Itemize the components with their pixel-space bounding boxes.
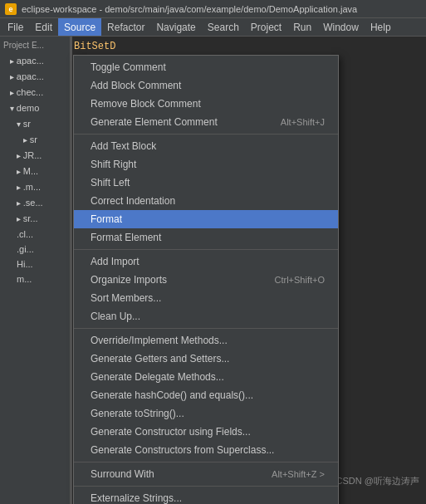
dropdown-item-externalize-strings-[interactable]: Externalize Strings... bbox=[74, 489, 338, 504]
dropdown-item-label: Add Block Comment bbox=[91, 78, 181, 93]
title-bar: e eclipse-workspace - demo/src/main/java… bbox=[0, 0, 426, 18]
dropdown-item-label: Add Text Block bbox=[91, 139, 156, 154]
dropdown-item-label: Generate toString()... bbox=[91, 406, 184, 421]
dropdown-item-clean-up-[interactable]: Clean Up... bbox=[74, 307, 338, 325]
dropdown-item-label: Generate Delegate Methods... bbox=[91, 369, 224, 384]
menu-refactor[interactable]: Refactor bbox=[101, 18, 150, 36]
dropdown-item-generate-constructors-from-superclass-[interactable]: Generate Constructors from Superclass... bbox=[74, 441, 338, 459]
sidebar-item-apac1[interactable]: apac... bbox=[0, 53, 70, 69]
menu-source[interactable]: Source bbox=[58, 18, 101, 36]
sidebar-item-m2[interactable]: m... bbox=[0, 272, 70, 286]
sidebar-item-hi[interactable]: Hi... bbox=[0, 257, 70, 272]
dropdown-item-label: Generate hashCode() and equals()... bbox=[91, 388, 253, 403]
dropdown-item-remove-block-comment[interactable]: Remove Block Comment bbox=[74, 95, 338, 113]
sidebar-item-sr1[interactable]: sr bbox=[0, 116, 70, 132]
dropdown-item-generate-hashcode-and-equals-[interactable]: Generate hashCode() and equals()... bbox=[74, 386, 338, 404]
menu-file[interactable]: File bbox=[2, 18, 29, 36]
source-dropdown-menu: Toggle CommentAdd Block CommentRemove Bl… bbox=[73, 55, 339, 504]
dropdown-item-label: Clean Up... bbox=[91, 309, 140, 324]
title-text: eclipse-workspace - demo/src/main/java/c… bbox=[22, 4, 357, 14]
dropdown-item-correct-indentation[interactable]: Correct Indentation bbox=[74, 192, 338, 210]
dropdown-item-label: Surround With bbox=[91, 467, 154, 482]
dropdown-item-format-element[interactable]: Format Element bbox=[74, 228, 338, 247]
dropdown-separator-21 bbox=[74, 462, 338, 462]
sidebar-project-explorer: Project E... bbox=[0, 38, 70, 53]
dropdown-separator-22 bbox=[74, 486, 338, 487]
dropdown-separator-14 bbox=[74, 328, 338, 329]
dropdown-item-shortcut: Alt+Shift+J bbox=[281, 115, 325, 130]
dropdown-item-shortcut: Ctrl+Shift+O bbox=[274, 272, 325, 287]
dropdown-item-add-block-comment[interactable]: Add Block Comment bbox=[74, 76, 338, 95]
sidebar-item-chec[interactable]: chec... bbox=[0, 85, 70, 100]
menu-run[interactable]: Run bbox=[287, 18, 317, 36]
dropdown-item-label: Generate Constructor using Fields... bbox=[91, 424, 251, 439]
dropdown-item-generate-constructor-using-fields-[interactable]: Generate Constructor using Fields... bbox=[74, 423, 338, 441]
dropdown-item-surround-with[interactable]: Surround WithAlt+Shift+Z > bbox=[74, 465, 338, 483]
watermark: CSDN @听海边涛声 bbox=[336, 475, 419, 487]
menu-edit[interactable]: Edit bbox=[29, 18, 58, 36]
dropdown-item-generate-getters-and-setters-[interactable]: Generate Getters and Setters... bbox=[74, 350, 338, 368]
eclipse-icon: e bbox=[5, 3, 17, 15]
dropdown-item-generate-delegate-methods-[interactable]: Generate Delegate Methods... bbox=[74, 368, 338, 386]
sidebar-item-demo[interactable]: demo bbox=[0, 100, 70, 116]
dropdown-item-shortcut: Alt+Shift+Z > bbox=[272, 467, 325, 482]
dropdown-item-label: Override/Implement Methods... bbox=[91, 333, 228, 348]
menu-help[interactable]: Help bbox=[365, 18, 397, 36]
dropdown-item-label: Shift Right bbox=[91, 157, 136, 172]
dropdown-item-label: Add Import bbox=[91, 254, 140, 269]
menu-window[interactable]: Window bbox=[317, 18, 365, 36]
dropdown-item-format[interactable]: Format bbox=[74, 210, 338, 228]
dropdown-separator-4 bbox=[74, 134, 338, 135]
dropdown-item-label: Externalize Strings... bbox=[91, 491, 182, 504]
menu-search[interactable]: Search bbox=[202, 18, 245, 36]
code-line-1: BitSetD bbox=[74, 40, 119, 53]
dropdown-item-add-import[interactable]: Add Import bbox=[74, 252, 338, 271]
sidebar-item-dotm[interactable]: .m... bbox=[0, 179, 70, 195]
dropdown-item-label: Remove Block Comment bbox=[91, 96, 201, 111]
dropdown-item-label: Organize Imports bbox=[91, 272, 167, 287]
dropdown-item-organize-imports[interactable]: Organize ImportsCtrl+Shift+O bbox=[74, 271, 338, 289]
dropdown-item-label: Shift Left bbox=[91, 175, 130, 190]
sidebar-item-sr2[interactable]: sr bbox=[0, 132, 70, 148]
sidebar-item-dotse[interactable]: .se... bbox=[0, 195, 70, 211]
dropdown-item-sort-members-[interactable]: Sort Members... bbox=[74, 289, 338, 307]
sidebar-item-dotcl[interactable]: .cl... bbox=[0, 227, 70, 242]
dropdown-item-add-text-block[interactable]: Add Text Block bbox=[74, 137, 338, 155]
dropdown-item-shift-left[interactable]: Shift Left bbox=[74, 174, 338, 192]
sidebar-item-jr[interactable]: JR... bbox=[0, 148, 70, 164]
dropdown-item-toggle-comment[interactable]: Toggle Comment bbox=[74, 58, 338, 76]
dropdown-item-label: Sort Members... bbox=[91, 291, 161, 306]
sidebar-item-m[interactable]: M... bbox=[0, 164, 70, 179]
menu-bar: File Edit Source Refactor Navigate Searc… bbox=[0, 18, 426, 37]
dropdown-item-generate-element-comment[interactable]: Generate Element CommentAlt+Shift+J bbox=[74, 113, 338, 131]
sidebar-item-dotgi[interactable]: .gi... bbox=[0, 242, 70, 257]
dropdown-item-label: Generate Element Comment bbox=[91, 115, 218, 130]
sidebar: Project E... apac... apac... chec... dem… bbox=[0, 37, 71, 504]
menu-project[interactable]: Project bbox=[245, 18, 287, 36]
dropdown-item-label: Toggle Comment bbox=[91, 60, 166, 75]
dropdown-item-override-implement-methods-[interactable]: Override/Implement Methods... bbox=[74, 331, 338, 350]
main-area: Project E... apac... apac... chec... dem… bbox=[0, 37, 426, 504]
dropdown-separator-10 bbox=[74, 249, 338, 250]
dropdown-item-label: Correct Indentation bbox=[91, 193, 175, 208]
sidebar-item-sr3[interactable]: sr... bbox=[0, 211, 70, 227]
menu-navigate[interactable]: Navigate bbox=[150, 18, 201, 36]
dropdown-item-generate-tostring-[interactable]: Generate toString()... bbox=[74, 404, 338, 423]
dropdown-item-label: Format Element bbox=[91, 230, 161, 245]
dropdown-item-shift-right[interactable]: Shift Right bbox=[74, 155, 338, 174]
dropdown-item-label: Generate Constructors from Superclass... bbox=[91, 443, 274, 458]
dropdown-item-label: Format bbox=[91, 212, 122, 227]
dropdown-item-label: Generate Getters and Setters... bbox=[91, 351, 229, 366]
sidebar-item-apac2[interactable]: apac... bbox=[0, 69, 70, 85]
